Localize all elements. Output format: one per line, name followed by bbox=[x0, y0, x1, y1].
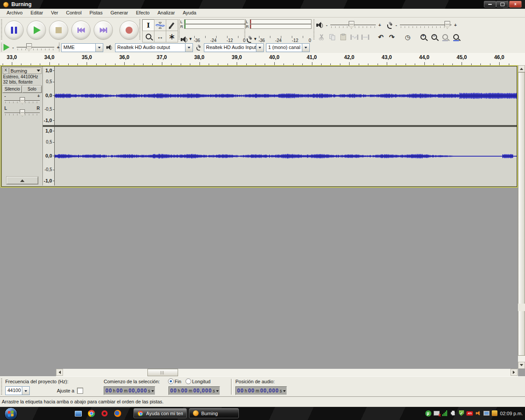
output-volume-slider[interactable] bbox=[330, 20, 376, 30]
close-button[interactable]: x bbox=[509, 1, 522, 7]
display-tray-icon[interactable] bbox=[483, 410, 490, 416]
undo-button[interactable]: ↶ bbox=[375, 32, 386, 42]
zoom-in-button[interactable]: + bbox=[418, 32, 429, 42]
menu-control[interactable]: Control bbox=[62, 9, 85, 17]
menu-ver[interactable]: Ver bbox=[47, 9, 62, 17]
restore-button[interactable] bbox=[496, 1, 508, 7]
signal-strength-tray-icon[interactable] bbox=[441, 410, 448, 416]
track-close-button[interactable]: X bbox=[3, 67, 9, 74]
radio-end[interactable] bbox=[168, 378, 174, 384]
utorrent-tray-icon[interactable]: µ bbox=[425, 410, 431, 416]
zoom-out-button[interactable]: − bbox=[429, 32, 440, 42]
vertical-ruler-channel-1[interactable]: 1,00,50,0-0,5-1,0 bbox=[43, 66, 55, 125]
vertical-scrollbar[interactable] bbox=[518, 65, 525, 369]
trim-button[interactable] bbox=[349, 32, 360, 42]
input-volume-slider[interactable] bbox=[400, 20, 452, 30]
input-meter-grabber[interactable] bbox=[244, 19, 245, 40]
chevron-down-icon[interactable] bbox=[283, 390, 286, 393]
firefox-icon[interactable] bbox=[114, 410, 122, 417]
silence-button[interactable] bbox=[360, 32, 371, 42]
scroll-down-button[interactable] bbox=[518, 362, 525, 369]
menu-pistas[interactable]: Pistas bbox=[85, 9, 106, 17]
menu-archivo[interactable]: Archivo bbox=[3, 9, 27, 17]
gain-slider[interactable]: - + bbox=[4, 94, 40, 105]
vertical-ruler-channel-2[interactable]: 1,00,50,0-0,5-1,0 bbox=[43, 127, 55, 186]
audio-position-field[interactable]: 00h00m00,000s bbox=[235, 386, 287, 395]
playback-speed-slider[interactable] bbox=[17, 42, 54, 52]
network-error-tray-icon[interactable]: x bbox=[433, 410, 440, 416]
horizontal-scroll-thumb[interactable] bbox=[147, 369, 178, 376]
chevron-down-icon[interactable] bbox=[151, 390, 154, 393]
taskbar-button-browser[interactable]: Ayuda con mi tema : C... bbox=[133, 408, 187, 418]
solo-button[interactable]: Solo bbox=[22, 86, 42, 93]
ati-tray-icon[interactable]: ATI bbox=[466, 410, 473, 416]
timeline-ruler[interactable]: 33,034,035,036,037,038,039,040,041,042,0… bbox=[0, 53, 525, 66]
security-shield-tray-icon[interactable]: ✓ bbox=[458, 410, 465, 416]
stop-button[interactable] bbox=[49, 21, 68, 40]
waveform-channel-2[interactable] bbox=[55, 127, 517, 186]
track-collapse-button[interactable] bbox=[7, 177, 38, 184]
record-button[interactable] bbox=[119, 21, 139, 40]
transcription-grabber[interactable] bbox=[1, 43, 2, 52]
audio-host-select[interactable]: MME bbox=[61, 43, 103, 52]
messenger-tray-icon[interactable] bbox=[491, 410, 498, 416]
copy-button[interactable] bbox=[327, 32, 338, 42]
tools-grabber[interactable] bbox=[139, 19, 140, 40]
dropdown-button[interactable] bbox=[185, 44, 192, 52]
minimize-button[interactable] bbox=[484, 1, 496, 7]
selection-end-field[interactable]: 00h00m00,000s bbox=[168, 386, 220, 395]
output-device-select[interactable]: Realtek HD Audio output bbox=[115, 43, 193, 52]
device-grabber[interactable] bbox=[59, 43, 60, 52]
mixer-grabber[interactable] bbox=[313, 19, 315, 40]
paste-button[interactable] bbox=[338, 32, 349, 42]
input-channels-select[interactable]: 1 (mono) canal de bbox=[266, 43, 310, 52]
multi-tool-button[interactable]: ∗ bbox=[166, 31, 178, 42]
taskbar-button-audacity[interactable]: Burning bbox=[189, 408, 239, 418]
output-meter-grabber[interactable] bbox=[178, 19, 180, 40]
draw-tool-button[interactable] bbox=[166, 19, 178, 31]
track-title-menu[interactable]: Burning bbox=[9, 67, 42, 74]
chrome-icon[interactable] bbox=[88, 410, 95, 417]
forward-button[interactable] bbox=[94, 21, 113, 40]
volume-tray-icon[interactable] bbox=[450, 410, 456, 416]
project-rate-select[interactable]: 44100 bbox=[5, 386, 30, 395]
dropdown-button[interactable] bbox=[256, 44, 263, 52]
input-device-select[interactable]: Realtek HD Audio Input: Volum bbox=[204, 43, 264, 52]
envelope-tool-button[interactable] bbox=[154, 19, 166, 31]
zoom-fit-button[interactable] bbox=[451, 32, 462, 42]
meter-dropdown-icon[interactable]: ▼ bbox=[253, 37, 257, 41]
dropdown-button[interactable] bbox=[302, 44, 309, 52]
meter-dropdown-icon[interactable]: ▼ bbox=[189, 37, 192, 41]
start-button[interactable] bbox=[4, 407, 18, 420]
selection-start-field[interactable]: 00h00m00,000s bbox=[104, 386, 155, 395]
zoom-tool-button[interactable] bbox=[142, 31, 154, 42]
horizontal-scrollbar[interactable] bbox=[56, 369, 518, 376]
sync-lock-button[interactable]: ◷ bbox=[402, 32, 413, 42]
pause-button[interactable] bbox=[4, 21, 24, 40]
input-meter[interactable]: L R ▼ -36 -24 -12 0 bbox=[246, 19, 312, 43]
scroll-right-button[interactable] bbox=[511, 369, 518, 376]
menu-editar[interactable]: Editar bbox=[27, 9, 47, 17]
opera-icon[interactable] bbox=[101, 410, 108, 417]
timeshift-tool-button[interactable]: ↔ bbox=[154, 31, 166, 42]
scroll-left-button[interactable] bbox=[56, 369, 63, 376]
menu-ayuda[interactable]: Ayuda bbox=[179, 9, 200, 17]
radio-length[interactable] bbox=[186, 378, 191, 384]
redo-button[interactable]: ↷ bbox=[386, 32, 397, 42]
mute-button[interactable]: Silencio bbox=[3, 86, 22, 93]
selection-grabber[interactable] bbox=[1, 378, 2, 395]
dropdown-button[interactable] bbox=[22, 387, 29, 395]
pan-slider[interactable]: L R bbox=[4, 106, 40, 117]
transport-grabber[interactable] bbox=[1, 19, 2, 40]
audio-manager-tray-icon[interactable] bbox=[475, 410, 481, 416]
chevron-down-icon[interactable] bbox=[216, 390, 219, 393]
rewind-button[interactable] bbox=[71, 21, 91, 40]
menu-generar[interactable]: Generar bbox=[106, 9, 132, 17]
zoom-selection-button[interactable] bbox=[440, 32, 451, 42]
play-button[interactable] bbox=[27, 21, 46, 40]
output-meter[interactable]: L R ▼ -36 -24 -12 0 bbox=[180, 19, 246, 43]
menu-analizar[interactable]: Analizar bbox=[154, 9, 179, 17]
scroll-up-button[interactable] bbox=[518, 65, 525, 72]
title-bar[interactable]: Burning x bbox=[0, 0, 525, 9]
selection-tool-button[interactable]: I bbox=[142, 19, 154, 31]
